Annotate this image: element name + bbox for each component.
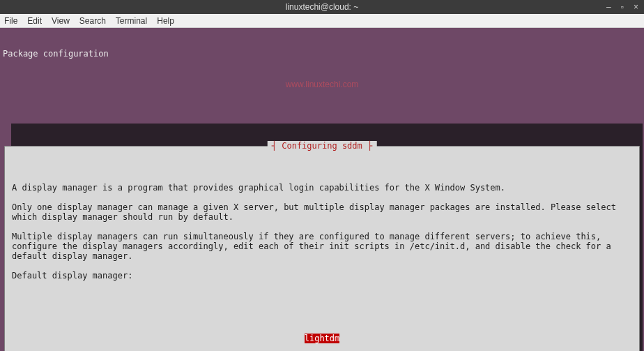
watermark-text: www.linuxtechi.com (286, 80, 359, 89)
menu-terminal[interactable]: Terminal (116, 16, 147, 26)
dialog-container: ┤ Configuring sddm ├ A display manager i… (4, 117, 640, 351)
maximize-icon[interactable]: ▫ (621, 3, 624, 11)
menu-edit[interactable]: Edit (27, 16, 42, 26)
terminal-area[interactable]: Package configuration www.linuxtechi.com… (0, 28, 644, 351)
config-dialog: ┤ Configuring sddm ├ A display manager i… (4, 146, 640, 351)
dialog-para2: Only one display manager can manage a gi… (12, 202, 621, 222)
package-config-label: Package configuration (3, 49, 641, 59)
option-lightdm[interactable]: lightdm (305, 334, 340, 343)
window-title: linuxtechi@cloud: ~ (286, 2, 359, 12)
dialog-prompt: Default display manager: (12, 271, 132, 281)
minimize-icon[interactable]: – (606, 3, 611, 11)
menu-help[interactable]: Help (157, 16, 174, 26)
dialog-para3: Multiple display managers can run simult… (12, 232, 616, 261)
dialog-para1: A display manager is a program that prov… (12, 183, 505, 193)
menu-view[interactable]: View (52, 16, 70, 26)
window-controls: – ▫ × (606, 3, 638, 11)
dialog-title: ┤ Configuring sddm ├ (268, 141, 377, 151)
menu-search[interactable]: Search (79, 16, 106, 26)
menubar: File Edit View Search Terminal Help (0, 14, 644, 28)
menu-file[interactable]: File (4, 16, 17, 26)
dialog-options: lightdm sddm (12, 314, 632, 351)
window-titlebar: linuxtechi@cloud: ~ – ▫ × (0, 0, 644, 14)
close-icon[interactable]: × (634, 3, 638, 11)
dialog-body: A display manager is a program that prov… (12, 183, 632, 281)
